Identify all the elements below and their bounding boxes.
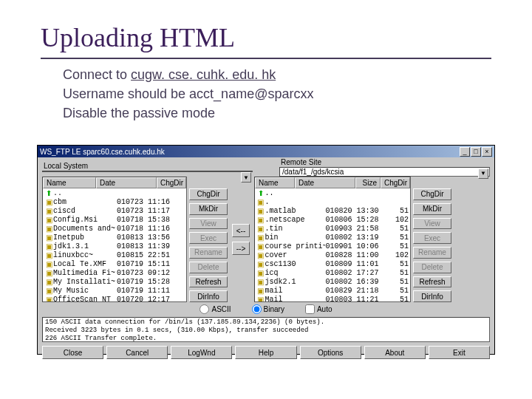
col-date[interactable]: Date xyxy=(295,177,355,188)
file-row[interactable]: ▣My Music010719 11:11 xyxy=(44,287,185,296)
dropdown-arrow-icon[interactable]: ▼ xyxy=(478,168,488,179)
minimize-button[interactable]: _ xyxy=(460,147,470,157)
local-path-combo[interactable]: ▼ xyxy=(42,171,253,172)
log-line: Received 3223 bytes in 0.1 secs, (310.00… xyxy=(45,327,487,335)
file-row[interactable]: ▣cbm010723 11:16 xyxy=(44,198,185,207)
file-row[interactable]: ▣Multimedia Fi~010723 09:12 xyxy=(44,269,185,278)
remote-button-column: ChgDir MkDir View Exec Rename Delete Ref… xyxy=(413,177,451,302)
local-system-label: Local System xyxy=(42,162,253,170)
remote-path-combo[interactable]: /data/f1_/gds/kcsia▼ xyxy=(279,167,490,177)
remote-dirinfo-button[interactable]: DirInfo xyxy=(413,290,451,302)
col-date[interactable]: Date xyxy=(96,177,157,188)
col-chgdir[interactable]: ChgDir xyxy=(157,177,186,188)
col-chgdir[interactable]: ChgDir xyxy=(381,177,410,188)
file-row[interactable]: ▣My Installati~010719 15:28 xyxy=(44,278,185,287)
file-row[interactable]: ▣OfficeScan NT010720 12:17 xyxy=(44,296,185,302)
col-size[interactable]: Size xyxy=(355,177,381,188)
local-dirinfo-button[interactable]: DirInfo xyxy=(189,290,228,302)
remote-view-button[interactable]: View xyxy=(413,218,451,230)
bullet-3: Disable the passive mode xyxy=(63,103,491,123)
remote-exec-button[interactable]: Exec xyxy=(413,232,451,244)
remote-mkdir-button[interactable]: MkDir xyxy=(413,203,451,215)
binary-radio[interactable]: Binary xyxy=(252,304,284,314)
transfer-right-button[interactable]: --> xyxy=(232,242,250,255)
file-row[interactable]: ▣Config.Msi010718 15:38 xyxy=(44,216,185,225)
exit-button[interactable]: Exit xyxy=(429,346,490,359)
connect-url: cugw. cse. cuhk. edu. hk xyxy=(131,67,276,82)
local-exec-button[interactable]: Exec xyxy=(189,232,228,244)
local-refresh-button[interactable]: Refresh xyxy=(189,276,228,288)
close-button[interactable]: × xyxy=(482,147,492,157)
file-row[interactable]: ▣. xyxy=(256,198,409,207)
file-row[interactable]: ▣Documents and~010718 11:16 xyxy=(44,225,185,233)
ftp-window: WS_FTP LE sparc60.cse.cuhk.edu.hk _ □ × … xyxy=(37,145,495,355)
local-button-column: ChgDir MkDir View Exec Rename Delete Ref… xyxy=(189,177,228,302)
local-rename-button[interactable]: Rename xyxy=(189,247,228,259)
logwnd-button[interactable]: LogWnd xyxy=(171,346,232,359)
file-row[interactable]: ▣jdk1.3.1010813 11:39 xyxy=(44,242,185,251)
col-name[interactable]: Name xyxy=(43,177,96,188)
file-row[interactable]: ▣csc1130010809 11:0151 xyxy=(256,260,409,269)
log-line: 150 ASCII data connection for /bin/ls (1… xyxy=(45,318,487,327)
file-row[interactable]: ▣.netscape010806 15:28102 xyxy=(256,216,409,225)
file-row[interactable]: ▣Local Te.XMF010719 15:11 xyxy=(44,260,185,269)
ascii-radio[interactable]: ASCII xyxy=(200,304,231,314)
transfer-left-button[interactable]: <-- xyxy=(232,224,250,237)
remote-rename-button[interactable]: Rename xyxy=(413,247,451,259)
file-row[interactable]: ▣Inetpub010813 13:56 xyxy=(44,233,185,242)
file-row[interactable]: ▣ciscd010723 11:17 xyxy=(44,207,185,216)
local-chgdir-button[interactable]: ChgDir xyxy=(189,188,228,200)
about-button[interactable]: About xyxy=(364,346,426,359)
local-mkdir-button[interactable]: MkDir xyxy=(189,203,228,215)
file-row[interactable]: ▣bin010802 13:1951 xyxy=(256,233,409,242)
options-button[interactable]: Options xyxy=(300,346,361,359)
window-title: WS_FTP LE sparc60.cse.cuhk.edu.hk xyxy=(40,148,165,156)
file-row[interactable]: ⬆.. xyxy=(44,189,185,198)
file-row[interactable]: ▣icq010802 17:2751 xyxy=(256,269,409,278)
local-delete-button[interactable]: Delete xyxy=(189,262,228,273)
file-row[interactable]: ▣cover010828 11:00102 xyxy=(256,251,409,260)
file-row[interactable]: ▣Mail010803 11:2151 xyxy=(256,296,409,302)
close-button-bottom[interactable]: Close xyxy=(42,346,103,359)
file-row[interactable]: ▣course printi~010901 10:0651 xyxy=(256,242,409,251)
slide-title: Uploading HTML xyxy=(41,22,491,59)
local-view-button[interactable]: View xyxy=(189,218,228,230)
remote-file-list[interactable]: Name Date Size ChgDir ⬆..▣.▣.matlab01082… xyxy=(254,177,411,302)
cancel-button[interactable]: Cancel xyxy=(106,346,168,359)
file-row[interactable]: ▣jsdk2.1010802 16:3951 xyxy=(256,278,409,287)
auto-checkbox[interactable]: Auto xyxy=(305,304,332,314)
file-row[interactable]: ▣linuxbcc~010815 22:51 xyxy=(44,251,185,260)
help-button[interactable]: Help xyxy=(235,346,296,359)
local-file-list[interactable]: Name Date ChgDir ⬆..▣cbm010723 11:16▣cis… xyxy=(42,177,187,302)
remote-chgdir-button[interactable]: ChgDir xyxy=(413,188,451,200)
file-row[interactable]: ▣.matlab010820 13:3051 xyxy=(256,207,409,216)
log-panel[interactable]: 150 ASCII data connection for /bin/ls (1… xyxy=(42,317,490,342)
file-row[interactable]: ▣.tin010903 21:5851 xyxy=(256,225,409,233)
bullet-1: Connect to cugw. cse. cuhk. edu. hk xyxy=(63,65,491,84)
dropdown-arrow-icon[interactable]: ▼ xyxy=(241,172,251,183)
bullet-2: Username should be acct_name@sparcxx xyxy=(63,84,491,103)
maximize-button[interactable]: □ xyxy=(471,147,481,157)
file-row[interactable]: ⬆.. xyxy=(256,189,409,198)
window-titlebar[interactable]: WS_FTP LE sparc60.cse.cuhk.edu.hk _ □ × xyxy=(38,146,494,157)
log-line: 226 ASCII Transfer complete. xyxy=(45,335,487,342)
remote-site-label: Remote Site xyxy=(279,158,490,166)
file-row[interactable]: ▣mail010829 21:1851 xyxy=(256,287,409,296)
col-name[interactable]: Name xyxy=(255,177,295,188)
remote-refresh-button[interactable]: Refresh xyxy=(413,276,451,288)
remote-delete-button[interactable]: Delete xyxy=(413,262,451,273)
